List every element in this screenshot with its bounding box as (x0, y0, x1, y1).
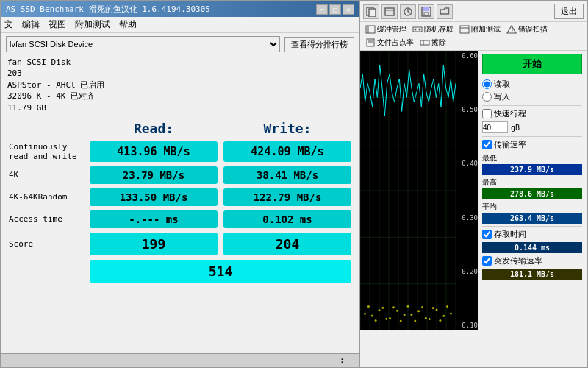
y-axis: 0.60 0.50 0.40 0.30 0.20 0.10 (456, 51, 478, 330)
read-radio-row: 读取 (482, 79, 582, 90)
svg-rect-8 (423, 7, 429, 11)
row-label-3: Access time (6, 208, 87, 230)
svg-rect-15 (460, 26, 469, 33)
fast-progress-checkbox[interactable] (482, 109, 492, 118)
row-label-1: 4K (6, 164, 87, 186)
disk-alignment: 32096 K - 4K 已对齐 (7, 91, 353, 102)
toolbar-icon-copy1[interactable] (363, 4, 379, 19)
write-value-3: 0.102 ms (223, 210, 351, 228)
window-title: AS SSD Benchmark 滑死的鱼汉化 1.6.4194.30305 (6, 4, 210, 15)
score-label: Score (6, 230, 87, 258)
svg-point-13 (415, 29, 417, 31)
read-radio[interactable] (482, 79, 492, 89)
min-value: 237.9 MB/s (482, 164, 582, 175)
y-label-0.60: 0.60 (456, 52, 478, 60)
table-row: Continuouslyread and write 413.96 MB/s 4… (6, 139, 354, 164)
close-button[interactable]: ✕ (343, 4, 354, 15)
fast-progress-row: 快速行程 (482, 108, 582, 119)
transfer-speed-row: 传输速率 (482, 139, 582, 150)
window-controls: ─ □ ✕ (316, 4, 354, 15)
read-header: Read: (87, 118, 220, 139)
start-button[interactable]: 开始 (482, 54, 582, 74)
transfer-speed-checkbox[interactable] (482, 140, 492, 149)
menu-view[interactable]: 视图 (49, 18, 66, 31)
burst-row: 突发传输速率 (482, 255, 582, 266)
nav-extra-label: 附加测试 (471, 24, 501, 35)
disk-name: fan SCSI Disk (7, 57, 353, 68)
table-row: Access time -.--- ms 0.102 ms (6, 208, 354, 230)
menu-extra[interactable]: 附加测试 (75, 18, 110, 31)
nav-random[interactable]: 随机存取 (410, 24, 456, 35)
right-controls: 开始 读取 写入 快速行程 gB (478, 51, 587, 330)
toolbar-icon-copy3[interactable] (400, 4, 416, 19)
burst-checkbox[interactable] (482, 256, 492, 266)
access-time-row: 存取时间 (482, 229, 582, 240)
read-value-0: 413.96 MB/s (90, 141, 218, 162)
max-value: 278.6 MB/s (482, 188, 582, 199)
extra-icon (459, 25, 470, 34)
right-content: 0.60 0.50 0.40 0.30 0.20 0.10 开始 读取 写入 (360, 51, 587, 330)
toolbar-icon-folder[interactable] (437, 4, 453, 19)
left-panel: AS SSD Benchmark 滑死的鱼汉化 1.6.4194.30305 ─… (0, 0, 360, 368)
read-value-2: 133.50 MB/s (90, 188, 218, 206)
title-bar: AS SSD Benchmark 滑死的鱼汉化 1.6.4194.30305 ─… (1, 1, 359, 17)
nav-file[interactable]: 文件占点率 (363, 37, 416, 49)
access-time-checkbox[interactable] (482, 230, 492, 239)
nav-extra[interactable]: 附加测试 (457, 24, 503, 35)
write-value-2: 122.79 MB/s (223, 188, 351, 206)
write-value-0: 424.09 MB/s (223, 141, 351, 162)
score-read: 199 (90, 233, 218, 255)
avg-label: 平均 (482, 202, 582, 212)
nav-random-label: 随机存取 (424, 24, 453, 35)
exit-button[interactable]: 退出 (554, 4, 584, 19)
toolbar-icon-copy2[interactable] (381, 4, 398, 19)
disk-info-section: fan SCSI Disk 203 ASPStor - AHCl 已启用 320… (1, 55, 359, 115)
disk-selector[interactable]: lvfan SCSI Disk Device (6, 36, 280, 52)
score-total: 514 (90, 260, 351, 283)
burst-value: 181.1 MB/s (482, 269, 582, 280)
buffer-icon (365, 25, 376, 34)
burst-label: 突发传输速率 (494, 255, 542, 266)
read-write-group: 读取 写入 (482, 79, 582, 102)
read-value-3: -.--- ms (90, 210, 218, 228)
score-row: Score 199 204 (6, 230, 354, 258)
rank-button[interactable]: 查看得分排行榜 (284, 37, 354, 52)
maximize-button[interactable]: □ (329, 4, 341, 15)
score-total-row: 514 (6, 258, 354, 285)
erase-icon (420, 38, 430, 47)
read-value-1: 23.79 MB/s (90, 166, 218, 184)
svg-point-14 (419, 29, 421, 31)
right-panel: 退出 缓冲管理 随机存取 附加测试 ! 错误扫描 (360, 0, 588, 368)
chart-area: 0.60 0.50 0.40 0.30 0.20 0.10 (360, 51, 478, 330)
nav-buffer-label: 缓冲管理 (377, 24, 406, 35)
benchmark-table: Read: Write: Continuouslyread and write … (6, 118, 354, 285)
disk-size: 11.79 GB (7, 102, 353, 113)
nav-erase-label: 擦除 (431, 38, 446, 48)
write-radio[interactable] (482, 92, 492, 102)
nav-erase[interactable]: 擦除 (417, 37, 448, 49)
toolbar-icon-save[interactable] (418, 4, 434, 19)
access-time-value: 0.144 ms (482, 242, 582, 253)
write-header: Write: (220, 118, 354, 139)
y-label-0.20: 0.20 (456, 268, 478, 275)
menu-file[interactable]: 文 (4, 18, 13, 31)
divider-2 (482, 136, 582, 137)
min-label: 最低 (482, 153, 582, 163)
bottom-text: --:-- (330, 355, 354, 365)
chart-canvas (360, 51, 456, 330)
menu-help[interactable]: 帮助 (119, 18, 137, 31)
y-label-0.30: 0.30 (456, 214, 478, 222)
menu-bar: 文 编辑 视图 附加测试 帮助 (1, 17, 359, 33)
menu-edit[interactable]: 编辑 (22, 18, 40, 31)
nav-error[interactable]: ! 错误扫描 (504, 24, 550, 35)
fast-progress-input[interactable] (482, 121, 508, 133)
fast-progress-unit: gB (511, 124, 520, 132)
svg-rect-21 (420, 40, 429, 45)
y-label-0.50: 0.50 (456, 106, 478, 113)
read-label: 读取 (494, 79, 510, 90)
row-label-0: Continuouslyread and write (6, 139, 87, 164)
minimize-button[interactable]: ─ (316, 4, 328, 15)
random-icon (412, 25, 423, 34)
fast-progress-label: 快速行程 (494, 108, 526, 119)
nav-buffer[interactable]: 缓冲管理 (363, 24, 409, 35)
